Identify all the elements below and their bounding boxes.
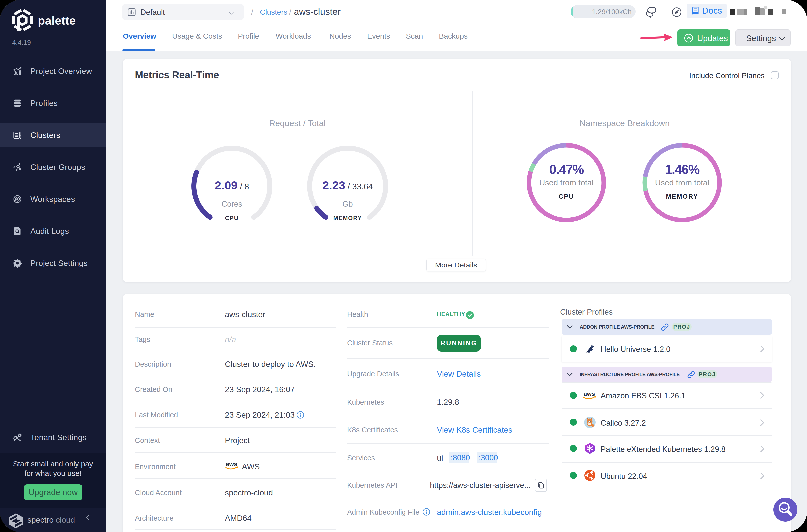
svg-text:aws: aws (584, 391, 595, 397)
svg-text:aws: aws (226, 460, 237, 467)
